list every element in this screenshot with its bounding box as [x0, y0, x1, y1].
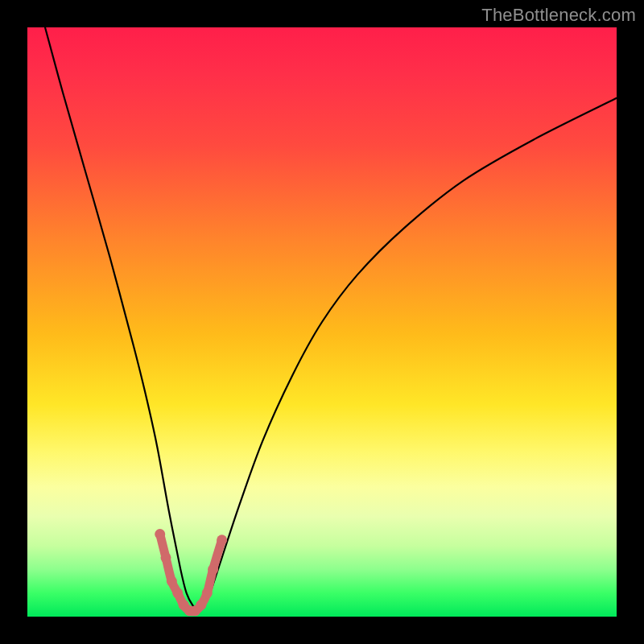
- marker-dot: [208, 564, 218, 575]
- bottleneck-curve: [27, 27, 617, 617]
- curve-path: [45, 27, 617, 611]
- watermark-text: TheBottleneck.com: [481, 5, 636, 26]
- marker-dot: [202, 588, 213, 598]
- marker-dot: [217, 535, 227, 545]
- marker-dot: [196, 600, 206, 610]
- chart-frame: TheBottleneck.com: [0, 0, 644, 644]
- marker-dot: [155, 529, 165, 539]
- marker-dot: [167, 576, 177, 587]
- plot-area: [27, 27, 617, 617]
- marker-dot: [172, 588, 183, 598]
- marker-dot: [161, 552, 171, 563]
